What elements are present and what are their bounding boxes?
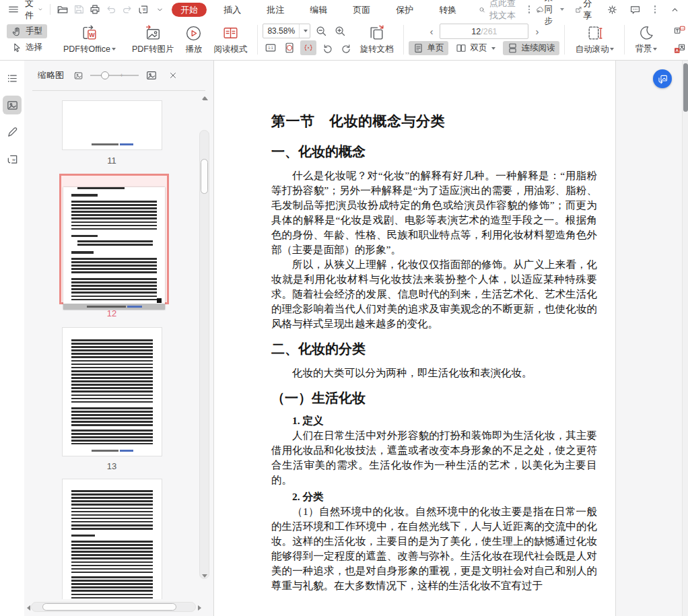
previous-page-button[interactable]: ‹ xyxy=(429,26,433,36)
doc-paragraph-4: 人们在日常生活中对外形容貌的打扮和装饰即为生活化妆，其主要借用化妆品和化妆技法，… xyxy=(271,428,597,487)
single-page-label: 单页 xyxy=(427,42,444,54)
output-as-word-icon[interactable]: w xyxy=(135,1,151,18)
hand-tool-button[interactable]: 手型 xyxy=(7,24,47,38)
more-menu-icon[interactable] xyxy=(650,5,660,13)
cursor-icon xyxy=(11,42,22,53)
continuous-read-button[interactable]: 连续阅读 xyxy=(503,41,559,55)
play-label: 播放 xyxy=(185,44,202,55)
sidebar-scroll-up-icon[interactable] xyxy=(202,96,207,100)
document-vertical-scrollbar[interactable] xyxy=(682,61,688,616)
word-translate-button[interactable]: 划词翻译 xyxy=(669,24,688,38)
thumbnails-panel-icon[interactable] xyxy=(3,96,22,114)
rotate-document-icon xyxy=(368,24,386,42)
more-tools-caret-icon[interactable] xyxy=(151,1,168,18)
sidebar-horizontal-scrollbar[interactable] xyxy=(31,602,196,612)
toolbar: 手型 选择 W PDF转Office PDF转图片 播放 阅读模式 83.58% xyxy=(0,19,688,61)
print-icon[interactable] xyxy=(87,1,103,18)
export-word-panel-icon[interactable]: w xyxy=(3,149,22,168)
rotate-document-button[interactable]: 旋转文档 xyxy=(354,23,399,57)
fit-width-button[interactable] xyxy=(300,40,316,55)
thumbnail-page-11[interactable] xyxy=(63,101,162,149)
page-number-input[interactable]: 12 /261 xyxy=(440,24,528,39)
doc-paragraph-1: 什么是化妆呢？对“化妆”的解释有好几种。一种解释是：“用脂粉等打扮容貌”；另外一… xyxy=(271,168,597,257)
tab-page[interactable]: 页面 xyxy=(344,3,379,17)
thumbnail-page-12-selected[interactable] xyxy=(59,174,169,304)
file-menu-label: 文件 xyxy=(24,0,38,22)
pdf-to-image-button[interactable]: PDF转图片 xyxy=(127,23,180,57)
pdf-page[interactable]: 第一节 化妆的概念与分类 一、化妆的概念 什么是化妆呢？对“化妆”的解释有好几种… xyxy=(214,61,616,616)
search-more-icon[interactable] xyxy=(524,5,535,13)
zoom-in-button[interactable] xyxy=(332,24,348,38)
tab-convert[interactable]: 转换 xyxy=(430,3,465,17)
close-panel-icon[interactable] xyxy=(168,71,178,80)
thumb-13-footer xyxy=(63,450,162,452)
redo-icon[interactable] xyxy=(119,1,135,18)
tab-insert[interactable]: 插入 xyxy=(215,3,250,17)
thumbnail-sidebar: 缩略图 + 11 xyxy=(24,61,214,616)
settings-gear-icon[interactable] xyxy=(605,1,621,18)
continuous-read-label: 连续阅读 xyxy=(521,42,555,54)
svg-text:A: A xyxy=(676,47,679,52)
section-title: 第一节 化妆的概念与分类 xyxy=(271,112,597,131)
word-translate-icon xyxy=(674,26,685,36)
pdf-to-image-icon xyxy=(144,24,162,42)
document-scrollbar-thumb[interactable] xyxy=(683,63,688,112)
thumbnail-page-13[interactable] xyxy=(63,328,162,456)
rotate-right-button[interactable] xyxy=(338,40,354,55)
double-page-mode-button[interactable]: 双页 xyxy=(451,41,500,55)
collapse-toolbar-icon[interactable] xyxy=(666,1,683,18)
sidebar-vertical-scrollbar[interactable] xyxy=(199,130,209,579)
single-page-mode-button[interactable]: 单页 xyxy=(409,41,448,55)
undo-icon[interactable] xyxy=(103,1,119,18)
play-button[interactable]: 播放 xyxy=(179,23,208,57)
fit-page-button[interactable] xyxy=(281,40,298,55)
full-translate-button[interactable]: A 全文翻译 xyxy=(669,42,688,56)
read-mode-button[interactable]: 阅读模式 xyxy=(208,23,252,57)
zoom-level-combo[interactable]: 83.58% xyxy=(263,24,310,38)
cloud-sync-status[interactable]: 未同步 xyxy=(534,1,566,18)
sidebar-scroll-left-icon[interactable] xyxy=(27,605,30,611)
zoom-out-button[interactable] xyxy=(313,24,329,38)
feedback-comment-icon[interactable] xyxy=(627,1,644,18)
sidebar-hscrollbar-thumb[interactable] xyxy=(42,603,176,611)
background-caret-icon xyxy=(653,48,657,50)
thumbnail-large-icon[interactable] xyxy=(145,69,158,81)
tab-home[interactable]: 开始 xyxy=(172,3,207,17)
double-page-caret-icon xyxy=(491,47,495,50)
slider-knob[interactable] xyxy=(101,71,109,79)
sidebar-scrollbar-thumb[interactable] xyxy=(201,159,208,194)
thumbnail-size-slider[interactable]: + xyxy=(90,71,139,80)
tab-annotate[interactable]: 批注 xyxy=(258,3,293,17)
thumbnail-label-11: 11 xyxy=(58,156,166,166)
outline-panel-icon[interactable] xyxy=(3,69,22,88)
thumbnail-small-icon[interactable] xyxy=(73,71,83,81)
tab-protect[interactable]: 保护 xyxy=(387,3,422,17)
auto-scroll-button[interactable]: 自动滚动 xyxy=(570,23,619,57)
file-menu[interactable]: 文件 xyxy=(22,1,45,18)
pdf-to-office-icon: W xyxy=(80,24,98,42)
sidebar-scroll-down-icon[interactable] xyxy=(202,574,207,578)
pdf-to-office-button[interactable]: W PDF转Office xyxy=(58,23,121,57)
thumbnail-panel-header: 缩略图 + xyxy=(24,61,213,90)
sidebar-scroll-right-icon[interactable] xyxy=(198,605,201,611)
moon-icon xyxy=(638,24,655,42)
next-page-button[interactable]: › xyxy=(535,26,539,36)
play-icon xyxy=(184,24,203,42)
extract-image-float-button[interactable] xyxy=(653,69,672,88)
find-text-box[interactable]: 点此查找文本 xyxy=(479,0,524,22)
slider-tick-icon: + xyxy=(120,73,125,78)
signature-panel-icon[interactable] xyxy=(3,123,22,141)
save-icon[interactable] xyxy=(71,1,87,18)
hamburger-menu-icon[interactable] xyxy=(5,1,22,18)
select-tool-button[interactable]: 选择 xyxy=(7,40,47,55)
tab-edit[interactable]: 编辑 xyxy=(301,3,336,17)
background-button[interactable]: 背景 xyxy=(629,23,662,56)
rotate-left-button[interactable] xyxy=(319,40,335,55)
double-page-icon xyxy=(456,43,467,53)
actual-size-button[interactable]: 1:1 xyxy=(263,40,279,55)
share-label: 分享 xyxy=(582,0,595,22)
thumbnail-page-14[interactable] xyxy=(63,479,162,599)
open-file-icon[interactable] xyxy=(55,1,71,18)
find-text-placeholder: 点此查找文本 xyxy=(489,0,524,22)
share-button[interactable]: 分享 xyxy=(573,1,598,18)
